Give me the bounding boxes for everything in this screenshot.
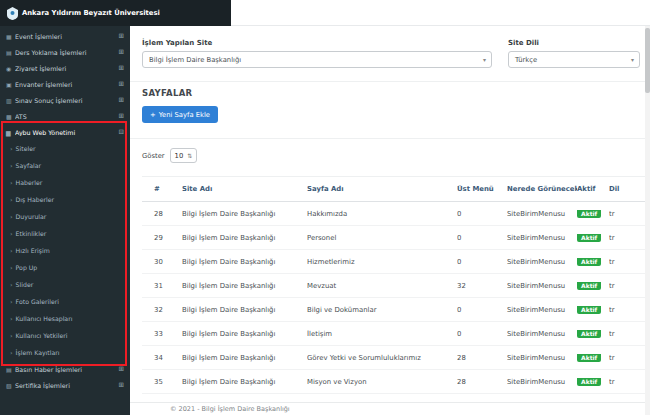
sidebar-item-bas-n-haber-islemleri[interactable]: ▤Basın Haber İşlemleri⊞ [0, 361, 130, 377]
sidebar-subitem-label: Pop Up [16, 264, 38, 271]
sidebar-subitem-label: Duyurular [16, 213, 47, 220]
column-header-sayfa-ad[interactable]: Sayfa Adı [307, 185, 457, 193]
sidebar-subitem-label: Siteler [16, 145, 36, 152]
status-badge: Aktif [577, 354, 601, 362]
cell: SiteBirimMenusu [507, 354, 577, 362]
sidebar-subitem-kullan-c-yetkileri[interactable]: ›Kullanıcı Yetkileri [0, 327, 130, 344]
sidebar-item-ziyaret-islemleri[interactable]: ◉Ziyaret İşlemleri⊞ [0, 60, 130, 76]
cell: 0 [457, 330, 507, 338]
chevron-right-icon: › [10, 213, 13, 221]
scrollbar-thumb[interactable] [645, 28, 650, 93]
language-select[interactable]: Türkçe ▾ [508, 51, 640, 68]
sidebar-subitem-h-zl-erisim[interactable]: ›Hızlı Erişim [0, 242, 130, 259]
sidebar-item-ats[interactable]: ▩ATS⊞ [0, 108, 130, 124]
sidebar-item-label: Basın Haber İşlemleri [15, 366, 119, 373]
cell: Hizmetlerimiz [307, 258, 457, 266]
sidebar-subitem-siteler[interactable]: ›Siteler [0, 140, 130, 157]
cell: Bilgi İşlem Daire Başkanlığı [182, 210, 307, 218]
vertical-scrollbar[interactable] [645, 26, 650, 415]
sidebar-subitem-haberler[interactable]: ›Haberler [0, 174, 130, 191]
cell-lang: tr [609, 354, 649, 362]
sidebar-item-event-islemleri[interactable]: ▦Event İşlemleri⊞ [0, 28, 130, 44]
show-entries-label: Göster [142, 152, 165, 160]
expand-icon: ⊞ [119, 32, 124, 40]
table-row: 33Bilgi İşlem Daire Başkanlığıİletişim0S… [142, 322, 650, 346]
top-navbar [231, 0, 650, 26]
expand-icon: ⊞ [119, 64, 124, 72]
caret-down-icon: ▾ [483, 56, 486, 63]
chevron-right-icon: › [10, 196, 13, 204]
table-row: 31Bilgi İşlem Daire BaşkanlığıMevzuat32S… [142, 274, 650, 298]
column-header-aktif[interactable]: Aktif [577, 185, 609, 193]
column-header-dil[interactable]: Dil [609, 185, 649, 193]
cell: Bilgi İşlem Daire Başkanlığı [182, 354, 307, 362]
cell: SiteBirimMenusu [507, 306, 577, 314]
cell: SiteBirimMenusu [507, 210, 577, 218]
status-badge: Aktif [577, 306, 601, 314]
add-page-button-label: Yeni Sayfa Ekle [159, 111, 210, 119]
site-select[interactable]: Bilgi İşlem Daire Başkanlığı ▾ [142, 51, 492, 68]
cell: 0 [457, 234, 507, 242]
plus-icon: + [150, 111, 156, 119]
sidebar-subitem-slider[interactable]: ›Slider [0, 276, 130, 293]
status-badge: Aktif [577, 378, 601, 386]
sidebar-item-sertifika-islemleri[interactable]: ▧Sertifika İşlemleri⊞ [0, 377, 130, 393]
cell-status: Aktif [577, 306, 609, 314]
sidebar-subitem-label: Haberler [16, 179, 43, 186]
table-body: 28Bilgi İşlem Daire BaşkanlığıHakkımızda… [142, 202, 650, 415]
cell: 32 [457, 282, 507, 290]
sidebar-subitem-kullan-c-hesaplar[interactable]: ›Kullanıcı Hesapları [0, 310, 130, 327]
cell-status: Aktif [577, 210, 609, 218]
sidebar-subitem-label: Hızlı Erişim [16, 247, 50, 254]
brand-title: Ankara Yıldırım Beyazıt Üniversitesi [22, 9, 160, 17]
chevron-right-icon: › [10, 179, 13, 187]
pages-table: #Site AdıSayfa AdıÜst MenüNerede Görünec… [142, 176, 650, 415]
sidebar-subitem-duyurular[interactable]: ›Duyurular [0, 208, 130, 225]
sidebar-subitem-etkinlikler[interactable]: ›Etkinlikler [0, 225, 130, 242]
expand-icon: ⊞ [119, 80, 124, 88]
cell-lang: tr [609, 210, 649, 218]
cell-lang: tr [609, 330, 649, 338]
brand-header: Ankara Yıldırım Beyazıt Üniversitesi [0, 0, 231, 26]
sidebar: ▦Event İşlemleri⊞▤Ders Yoklama İşlemleri… [0, 0, 130, 415]
show-entries-select[interactable]: 10 ⇅ [170, 148, 198, 163]
sidebar-subitem-foto-galerileri[interactable]: ›Foto Galerileri [0, 293, 130, 310]
show-entries-control: Göster 10 ⇅ [142, 148, 197, 163]
sidebar-subitem-label: Dış Haberler [16, 196, 54, 203]
column-header-ust-menu[interactable]: Üst Menü [457, 185, 507, 193]
cell: Hakkımızda [307, 210, 457, 218]
sidebar-subitem-islem-kay-tlar[interactable]: ›İşlem Kayıtları [0, 344, 130, 361]
column-header-0[interactable]: # [142, 185, 182, 193]
sidebar-item-envanter-islemleri[interactable]: ▣Envanter İşlemleri⊞ [0, 76, 130, 92]
cell-lang: tr [609, 234, 649, 242]
chevron-right-icon: › [10, 247, 13, 255]
calendar-icon: ▦ [6, 33, 15, 40]
sidebar-item-aybu-web-yonetimi[interactable]: ▆Aybu Web Yönetimi⊟ [0, 124, 130, 140]
cell-lang: tr [609, 258, 649, 266]
cell-status: Aktif [577, 354, 609, 362]
sidebar-item-ders-yoklama-islemleri[interactable]: ▤Ders Yoklama İşlemleri⊞ [0, 44, 130, 60]
add-page-button[interactable]: + Yeni Sayfa Ekle [142, 106, 218, 123]
sidebar-subitem-label: Kullanıcı Yetkileri [16, 332, 68, 339]
column-header-site-ad[interactable]: Site Adı [182, 185, 307, 193]
app-window: ▦Event İşlemleri⊞▤Ders Yoklama İşlemleri… [0, 0, 650, 415]
status-badge: Aktif [577, 234, 601, 242]
sidebar-item-label: Sertifika İşlemleri [15, 382, 119, 389]
chevron-right-icon: › [10, 349, 13, 357]
chevron-right-icon: › [10, 162, 13, 170]
cell: 30 [142, 258, 182, 266]
sidebar-subitem-d-s-haberler[interactable]: ›Dış Haberler [0, 191, 130, 208]
cell-status: Aktif [577, 330, 609, 338]
sidebar-subitem-pop-up[interactable]: ›Pop Up [0, 259, 130, 276]
cell: SiteBirimMenusu [507, 282, 577, 290]
cell-lang: tr [609, 306, 649, 314]
sidebar-item-s-nav-sonuc-islemleri[interactable]: ▥Sınav Sonuç İşlemleri⊞ [0, 92, 130, 108]
cell: Mevzuat [307, 282, 457, 290]
collapse-icon: ⊟ [119, 128, 124, 136]
language-select-label: Site Dili [508, 39, 539, 47]
column-header-nerede-gorunecek[interactable]: Nerede Görünecek [507, 185, 577, 193]
expand-icon: ⊞ [119, 48, 124, 56]
sidebar-subitem-sayfalar[interactable]: ›Sayfalar [0, 157, 130, 174]
cell-lang: tr [609, 282, 649, 290]
cell: Bilgi İşlem Daire Başkanlığı [182, 282, 307, 290]
